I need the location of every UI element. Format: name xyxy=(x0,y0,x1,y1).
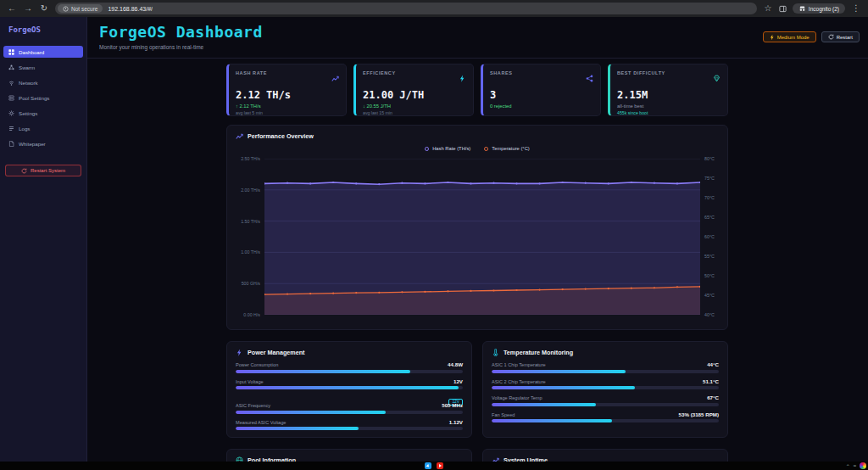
meter-fill xyxy=(492,419,612,422)
meter-value: 12V xyxy=(453,378,463,384)
legend-item-hash-rate[interactable]: Hash Rate (TH/s) xyxy=(425,146,470,151)
forward-icon[interactable]: → xyxy=(23,0,33,17)
mode-button[interactable]: Medium Mode xyxy=(763,31,816,42)
card-header: Temperature Monitoring xyxy=(492,349,719,356)
temperature-monitoring-card: Temperature Monitoring ASIC 1 Chip Tempe… xyxy=(482,341,728,438)
meter-value: 67°C xyxy=(707,394,719,400)
restart-system-button[interactable]: Restart System xyxy=(5,165,81,176)
tray-chevron-icon[interactable]: ⌃ xyxy=(846,463,850,469)
meter-track xyxy=(236,386,463,389)
axis-tick: 1.00 TH/s xyxy=(241,249,260,255)
meter-row-asic1-temp: ASIC 1 Chip Temperature44°C xyxy=(492,361,719,373)
system-uptime-card: System Uptime xyxy=(482,449,728,462)
power-management-card: Power Management Power Consumption44.8W … xyxy=(226,341,472,438)
temperature-legend-dot xyxy=(484,147,488,151)
nodes-icon xyxy=(8,64,14,70)
meter-track xyxy=(492,386,719,389)
meter-track xyxy=(492,403,719,406)
not-secure-chip[interactable]: Not secure xyxy=(58,4,103,13)
side-panel-icon[interactable] xyxy=(779,5,787,13)
right-axis-ticks: 80°C75°C70°C65°C60°C55°C50°C45°C40°C xyxy=(700,159,719,315)
sidebar-item-swarm[interactable]: Swarm xyxy=(3,61,83,73)
stat-caption: avg last 15 min xyxy=(363,110,466,115)
thermometer-icon xyxy=(492,349,499,356)
back-icon[interactable]: ← xyxy=(7,0,17,17)
sidebar-item-label: Pool Settings xyxy=(19,95,49,101)
red-app-icon[interactable] xyxy=(437,462,443,469)
sidebar-nav: Dashboard Swarm Network Pool Settings Se… xyxy=(0,46,86,149)
stat-delta: 0 rejected xyxy=(490,104,593,109)
gear-icon xyxy=(8,110,14,116)
stats-row: HASH RATE 2.12 TH/s ↑ 2.12 TH/s avg last… xyxy=(226,64,728,116)
incognito-badge[interactable]: Incognito (2) xyxy=(793,3,845,14)
meter-label: ASIC 1 Chip Temperature xyxy=(492,362,546,367)
bolt-icon xyxy=(770,34,775,41)
card-header: Performance Overview xyxy=(236,132,719,140)
refresh-icon xyxy=(828,34,834,40)
line-chart-icon xyxy=(236,132,243,140)
stat-delta: ↓ 20.55 J/TH xyxy=(363,104,466,109)
mode-button-label: Medium Mode xyxy=(777,35,810,40)
sidebar-item-logs[interactable]: Logs xyxy=(3,122,83,134)
reload-icon[interactable]: ↻ xyxy=(39,0,49,17)
bottom-row: Pool Information System Uptime xyxy=(226,449,728,462)
sidebar-item-network[interactable]: Network xyxy=(3,76,83,88)
taskbar: ⌃ ≈ xyxy=(0,462,868,470)
share-icon xyxy=(586,70,593,86)
meter-track xyxy=(492,419,719,422)
sidebar-item-dashboard[interactable]: Dashboard xyxy=(3,46,83,58)
page-subtitle: Monitor your mining operations in real-t… xyxy=(99,44,868,50)
stat-label: EFFICIENCY xyxy=(363,70,396,76)
sidebar-item-label: Logs xyxy=(19,126,30,131)
axis-tick: 2.50 TH/s xyxy=(241,156,260,161)
stat-value: 21.00 J/TH xyxy=(363,89,466,101)
url-text[interactable]: 192.168.86.43/#/ xyxy=(108,6,153,12)
stat-label: HASH RATE xyxy=(236,70,267,76)
meter-fill xyxy=(492,370,626,373)
stat-card-best-difficulty: BEST DIFFICULTY 2.15M all-time best 455k… xyxy=(608,64,728,116)
os-logo-icon[interactable] xyxy=(860,462,866,469)
diamond-icon xyxy=(713,70,721,86)
legend-item-temperature[interactable]: Temperature (°C) xyxy=(484,146,530,151)
meter-label: Measured ASIC Voltage xyxy=(236,420,286,425)
screen: ← → ↻ Not secure 192.168.86.43/#/ ☆ Inco… xyxy=(0,0,868,470)
twitter-icon[interactable] xyxy=(425,462,431,469)
meter-track xyxy=(236,411,463,414)
meter-fill xyxy=(236,411,386,414)
chart-area: 2.50 TH/s2.00 TH/s1.50 TH/s1.00 TH/s500 … xyxy=(236,159,719,315)
left-axis-ticks: 2.50 TH/s2.00 TH/s1.50 TH/s1.00 TH/s500 … xyxy=(236,159,264,315)
restart-button[interactable]: Restart xyxy=(821,31,860,42)
taskbar-center-icons xyxy=(425,462,443,470)
menu-dots-icon[interactable]: ⋮ xyxy=(851,0,861,17)
incognito-icon xyxy=(798,5,806,12)
security-label: Not secure xyxy=(71,6,97,12)
stat-label: BEST DIFFICULTY xyxy=(617,70,665,76)
axis-tick: 65°C xyxy=(704,215,715,220)
sidebar-item-label: Dashboard xyxy=(19,49,44,55)
stat-delta: all-time best xyxy=(617,104,721,109)
meter-label: ASIC Frequency xyxy=(236,403,270,408)
meter-row-input-voltage: Input Voltage12V 12V xyxy=(236,378,463,398)
card-header: Power Management xyxy=(236,349,463,356)
meter-fill xyxy=(236,427,359,430)
axis-tick: 80°C xyxy=(704,156,715,161)
address-bar[interactable]: Not secure 192.168.86.43/#/ xyxy=(55,3,757,14)
sidebar-item-label: Settings xyxy=(19,110,37,116)
sidebar-item-pool-settings[interactable]: Pool Settings xyxy=(3,92,83,104)
app-logo: ForgeOS xyxy=(0,17,86,37)
dashboard-content: HASH RATE 2.12 TH/s ↑ 2.12 TH/s avg last… xyxy=(226,64,728,462)
meter-fill xyxy=(236,386,459,389)
axis-tick: 2.00 TH/s xyxy=(241,187,260,193)
meter-row-asic2-temp: ASIC 2 Chip Temperature51.1°C xyxy=(492,378,719,390)
browser-toolbar: ← → ↻ Not secure 192.168.86.43/#/ ☆ Inco… xyxy=(0,0,868,17)
meter-row-power-consumption: Power Consumption44.8W xyxy=(236,361,463,373)
wifi-icon xyxy=(8,80,14,86)
line-chart-icon xyxy=(331,70,339,86)
sidebar-item-whitepaper[interactable]: Whitepaper xyxy=(3,137,83,149)
tray-network-icon[interactable]: ≈ xyxy=(854,463,856,468)
meter-row-asic-voltage: Measured ASIC Voltage1.12V xyxy=(236,419,463,431)
bookmark-star-icon[interactable]: ☆ xyxy=(763,0,773,17)
bolt-icon xyxy=(459,70,466,86)
meter-value: 1.12V xyxy=(449,419,463,425)
sidebar-item-settings[interactable]: Settings xyxy=(3,107,83,119)
